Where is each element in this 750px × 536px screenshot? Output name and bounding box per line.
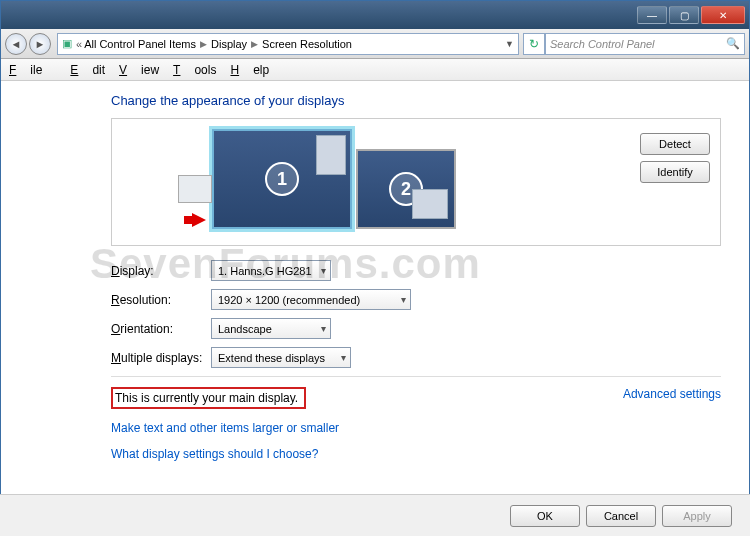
menu-file[interactable]: File <box>9 63 56 77</box>
chevron-right-icon: ▶ <box>200 39 207 49</box>
display-dropdown[interactable]: 1. Hanns.G HG281 <box>211 260 331 281</box>
multiple-displays-label: Multiple displays: <box>111 351 211 365</box>
monitor-1[interactable]: 1 <box>212 129 352 229</box>
identify-button[interactable]: Identify <box>640 161 710 183</box>
menu-view[interactable]: View <box>119 63 159 77</box>
window-thumbnail <box>316 135 346 175</box>
cancel-button[interactable]: Cancel <box>586 505 656 527</box>
chevron-left-icon: « <box>76 38 82 50</box>
search-input[interactable]: Search Control Panel 🔍 <box>545 33 745 55</box>
main-display-notice: This is currently your main display. <box>111 387 306 409</box>
breadcrumb-item[interactable]: Display <box>211 38 247 50</box>
search-icon: 🔍 <box>726 37 740 50</box>
menu-tools[interactable]: Tools <box>173 63 216 77</box>
display-arrangement-box: 1 2 Detect Identify <box>111 118 721 246</box>
maximize-button[interactable]: ▢ <box>669 6 699 24</box>
ok-button[interactable]: OK <box>510 505 580 527</box>
menu-edit[interactable]: Edit <box>70 63 105 77</box>
display-help-link[interactable]: What display settings should I choose? <box>111 447 721 461</box>
annotation-arrow-icon <box>192 213 206 227</box>
monitor-number: 1 <box>265 162 299 196</box>
close-button[interactable]: ✕ <box>701 6 745 24</box>
window-titlebar: — ▢ ✕ <box>1 1 749 29</box>
orientation-label: Orientation: <box>111 322 211 336</box>
text-scaling-link[interactable]: Make text and other items larger or smal… <box>111 421 721 435</box>
orientation-dropdown[interactable]: Landscape <box>211 318 331 339</box>
monitor-2[interactable]: 2 <box>356 149 456 229</box>
page-title: Change the appearance of your displays <box>111 93 721 108</box>
control-panel-icon: ▣ <box>62 37 72 50</box>
menu-bar: File Edit View Tools Help <box>1 59 749 81</box>
breadcrumb-item[interactable]: All Control Panel Items <box>84 38 196 50</box>
address-bar[interactable]: ▣ « All Control Panel Items ▶ Display ▶ … <box>57 33 519 55</box>
advanced-settings-link[interactable]: Advanced settings <box>623 387 721 401</box>
breadcrumb-item[interactable]: Screen Resolution <box>262 38 352 50</box>
dialog-footer: OK Cancel Apply <box>0 494 750 536</box>
resolution-dropdown[interactable]: 1920 × 1200 (recommended) <box>211 289 411 310</box>
content-area: Change the appearance of your displays 1… <box>1 81 749 461</box>
taskbar-thumbnail <box>178 175 212 203</box>
chevron-right-icon: ▶ <box>251 39 258 49</box>
detect-button[interactable]: Detect <box>640 133 710 155</box>
divider <box>111 376 721 377</box>
menu-help[interactable]: Help <box>230 63 269 77</box>
nav-toolbar: ◄ ► ▣ « All Control Panel Items ▶ Displa… <box>1 29 749 59</box>
window-thumbnail <box>412 189 448 219</box>
apply-button[interactable]: Apply <box>662 505 732 527</box>
multiple-displays-dropdown[interactable]: Extend these displays <box>211 347 351 368</box>
dropdown-icon[interactable]: ▼ <box>505 39 514 49</box>
back-button[interactable]: ◄ <box>5 33 27 55</box>
minimize-button[interactable]: — <box>637 6 667 24</box>
forward-button[interactable]: ► <box>29 33 51 55</box>
resolution-label: Resolution: <box>111 293 211 307</box>
display-label: Display: <box>111 264 211 278</box>
search-placeholder: Search Control Panel <box>550 38 655 50</box>
refresh-button[interactable]: ↻ <box>523 33 545 55</box>
